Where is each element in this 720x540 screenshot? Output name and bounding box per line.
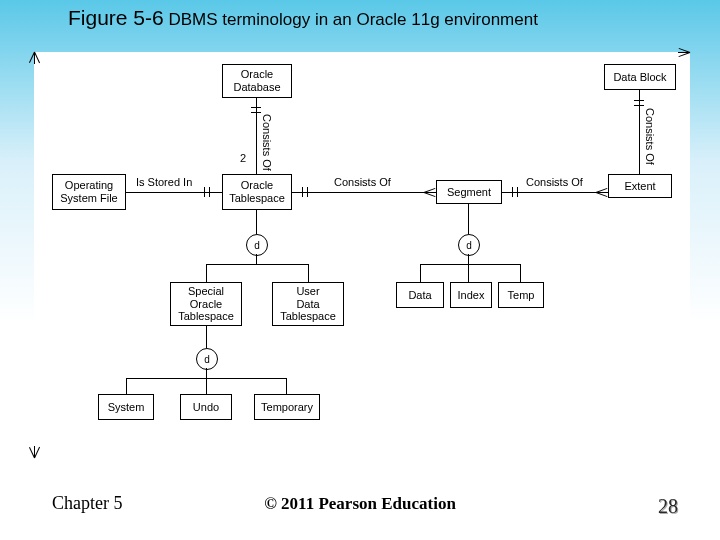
bar-icon <box>634 100 644 101</box>
label-consists-of: Consists Of <box>526 176 583 188</box>
footer-page-number: 28 <box>658 495 678 518</box>
edge-segment-d <box>468 204 469 234</box>
disjoint-icon: d <box>246 234 268 256</box>
edge <box>206 264 308 265</box>
box-special-tablespace: SpecialOracleTablespace <box>170 282 242 326</box>
edge <box>468 254 469 264</box>
box-temporary: Temporary <box>254 394 320 420</box>
diagram-canvas: OracleDatabase Data Block Consists Of 2 … <box>34 52 690 458</box>
edge-tablespace-d <box>256 210 257 234</box>
edge <box>206 264 207 282</box>
edge <box>308 264 309 282</box>
edge-tablespace-segment <box>292 192 436 193</box>
edge <box>520 264 521 282</box>
disjoint-icon: d <box>196 348 218 370</box>
edge <box>126 378 127 394</box>
edge-special-d <box>206 326 207 348</box>
box-undo: Undo <box>180 394 232 420</box>
label-consists-of: Consists Of <box>334 176 391 188</box>
bar-icon <box>302 187 303 197</box>
figure-caption: DBMS terminology in an Oracle 11g enviro… <box>164 10 538 29</box>
bar-icon <box>307 187 308 197</box>
box-system: System <box>98 394 154 420</box>
edge <box>206 368 207 378</box>
edge-osfile-tablespace <box>126 192 222 193</box>
label-cardinality-2: 2 <box>240 152 246 164</box>
label-consists-of: Consists Of <box>644 108 656 165</box>
bar-icon <box>634 105 644 106</box>
edge-datablock-extent <box>639 90 640 174</box>
bar-icon <box>251 112 261 113</box>
box-user-tablespace: UserDataTablespace <box>272 282 344 326</box>
slide: Figure 5-6 DBMS terminology in an Oracle… <box>0 0 720 540</box>
edge <box>468 264 469 282</box>
edge <box>256 254 257 264</box>
label-consists-of: Consists Of <box>261 114 273 171</box>
figure-number: Figure 5-6 <box>68 6 164 29</box>
bar-icon <box>204 187 205 197</box>
box-index: Index <box>450 282 492 308</box>
bar-icon <box>512 187 513 197</box>
bar-icon <box>209 187 210 197</box>
box-extent: Extent <box>608 174 672 198</box>
edge <box>206 378 207 394</box>
box-oracle-tablespace: OracleTablespace <box>222 174 292 210</box>
box-data-block: Data Block <box>604 64 676 90</box>
edge <box>420 264 421 282</box>
edge <box>286 378 287 394</box>
box-data: Data <box>396 282 444 308</box>
disjoint-icon: d <box>458 234 480 256</box>
bar-icon <box>251 107 261 108</box>
edge-db-tablespace <box>256 98 257 174</box>
box-oracle-database: OracleDatabase <box>222 64 292 98</box>
box-temp: Temp <box>498 282 544 308</box>
box-segment: Segment <box>436 180 502 204</box>
label-is-stored-in: Is Stored In <box>136 176 192 188</box>
edge <box>420 264 520 265</box>
bar-icon <box>517 187 518 197</box>
figure-title: Figure 5-6 DBMS terminology in an Oracle… <box>68 6 538 30</box>
footer-copyright: © 2011 Pearson Education <box>0 494 720 514</box>
box-os-file: OperatingSystem File <box>52 174 126 210</box>
